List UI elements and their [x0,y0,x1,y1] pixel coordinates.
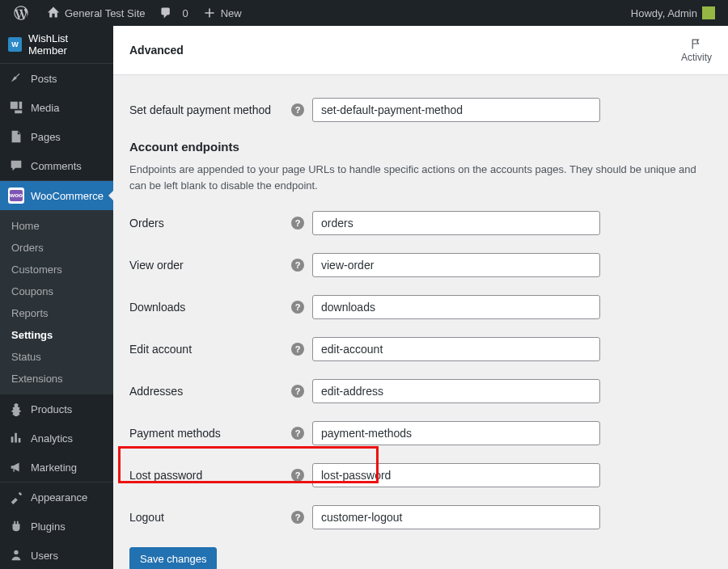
row-view-order: View order ? [129,253,712,277]
input-logout[interactable] [312,505,600,529]
analytics-icon [8,430,24,446]
wp-logo[interactable] [6,0,39,26]
input-downloads[interactable] [312,295,600,319]
main-content: Advanced Activity Set default payment me… [113,26,728,569]
label-view-order: View order [129,259,291,272]
users-icon [8,547,24,563]
submenu-reports[interactable]: Reports [0,302,113,324]
row-logout: Logout ? [129,505,712,529]
row-lost-password: Lost password ? [129,463,712,487]
plus-icon [201,5,218,21]
comments-link[interactable]: 0 [151,0,194,26]
howdy-text: Howdy, Admin [631,7,697,19]
input-lost-password[interactable] [312,463,600,487]
media-icon [8,99,24,116]
home-icon [45,5,61,21]
label-logout: Logout [129,511,291,524]
sidebar-item-marketing[interactable]: Marketing [0,453,113,482]
sidebar-item-media[interactable]: Media [0,93,113,122]
woocommerce-icon: woo [8,188,24,204]
help-icon[interactable]: ? [291,469,304,482]
activity-panel-toggle[interactable]: Activity [681,37,712,63]
submenu-orders[interactable]: Orders [0,237,113,259]
label-edit-account: Edit account [129,343,291,356]
sidebar-item-posts[interactable]: Posts [0,63,113,93]
new-content-link[interactable]: New [195,0,248,26]
help-icon[interactable]: ? [291,217,304,230]
sidebar-item-appearance[interactable]: Appearance [0,482,113,512]
input-payment-methods[interactable] [312,421,600,445]
sidebar-item-products[interactable]: Products [0,394,113,424]
sidebar-item-plugins[interactable]: Plugins [0,512,113,541]
input-addresses[interactable] [312,379,600,403]
submenu-status[interactable]: Status [0,346,113,368]
site-name: General Test Site [65,7,145,19]
page-icon [8,129,24,145]
comments-count: 0 [182,7,188,19]
page-title: Advanced [129,44,184,57]
wordpress-icon [13,5,29,21]
help-icon[interactable]: ? [291,385,304,398]
input-default-payment[interactable] [312,98,600,122]
page-header: Advanced Activity [113,26,728,75]
appearance-icon [8,489,24,505]
avatar [702,6,715,19]
label-default-payment: Set default payment method [129,103,291,116]
sidebar-item-users[interactable]: Users [0,541,113,569]
submenu-home[interactable]: Home [0,215,113,237]
new-label: New [221,7,242,19]
products-icon [8,401,24,417]
row-default-payment: Set default payment method ? [129,98,712,122]
row-addresses: Addresses ? [129,379,712,403]
help-icon[interactable]: ? [291,511,304,524]
submenu-customers[interactable]: Customers [0,259,113,280]
section-description: Endpoints are appended to your page URLs… [129,162,712,193]
comments-icon [8,158,24,174]
submenu-coupons[interactable]: Coupons [0,280,113,302]
row-payment-methods: Payment methods ? [129,421,712,445]
section-title-account-endpoints: Account endpoints [129,140,712,154]
flag-icon [690,37,703,50]
input-edit-account[interactable] [312,337,600,361]
label-downloads: Downloads [129,301,291,314]
plugins-icon [8,518,24,534]
sidebar-item-comments[interactable]: Comments [0,151,113,180]
row-edit-account: Edit account ? [129,337,712,361]
save-changes-button[interactable]: Save changes [129,547,217,569]
woocommerce-submenu: Home Orders Customers Coupons Reports Se… [0,210,113,394]
admin-bar: General Test Site 0 New Howdy, Admin [0,0,728,26]
help-icon[interactable]: ? [291,427,304,440]
label-lost-password: Lost password [129,469,291,482]
label-orders: Orders [129,217,291,230]
input-view-order[interactable] [312,253,600,277]
input-orders[interactable] [312,211,600,235]
admin-sidebar: W WishList Member Posts Media Pages Comm… [0,26,113,569]
sidebar-item-analytics[interactable]: Analytics [0,424,113,453]
marketing-icon [8,459,24,475]
sidebar-item-woocommerce[interactable]: woo WooCommerce [0,180,113,210]
row-orders: Orders ? [129,211,712,235]
label-payment-methods: Payment methods [129,427,291,440]
help-icon[interactable]: ? [291,343,304,356]
sidebar-item-pages[interactable]: Pages [0,122,113,151]
help-icon[interactable]: ? [291,259,304,272]
help-icon[interactable]: ? [291,301,304,314]
submenu-extensions[interactable]: Extensions [0,368,113,390]
sidebar-item-wishlist[interactable]: W WishList Member [0,26,113,63]
pin-icon [8,70,24,86]
site-name-link[interactable]: General Test Site [39,0,151,26]
submenu-settings[interactable]: Settings [0,324,113,346]
help-icon[interactable]: ? [291,103,304,116]
label-addresses: Addresses [129,385,291,398]
row-downloads: Downloads ? [129,295,712,319]
howdy-account[interactable]: Howdy, Admin [624,0,722,26]
wishlist-icon: W [8,37,22,52]
comment-icon [158,5,174,21]
